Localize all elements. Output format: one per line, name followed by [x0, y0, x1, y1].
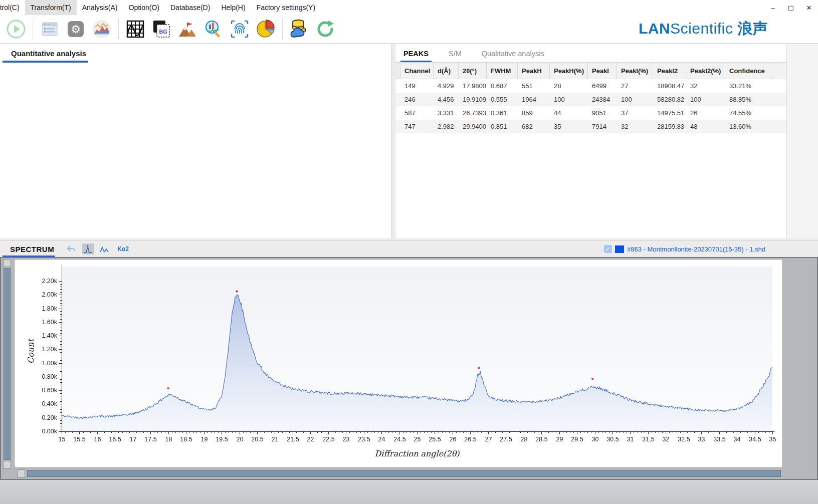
peaks-panel: PEAKSS/MQualitative analysis Channeld(Å)…: [395, 44, 786, 238]
menu-item-transform-t-[interactable]: Transform(T): [25, 0, 77, 15]
spectrum-body: [0, 257, 818, 480]
column-header[interactable]: FWHM: [487, 63, 518, 79]
menu-bar: Control(C)Transform(T)Analysis(A)Option(…: [0, 0, 818, 15]
legend-label[interactable]: #863 - Montmorillonite-20230701(15-35) -…: [627, 245, 765, 253]
menu-item-control-c-[interactable]: Control(C): [0, 0, 25, 15]
legend-checkbox[interactable]: ✓: [604, 245, 612, 253]
peaks-table-body: 1494.92917.98000.6875512864992718908.473…: [395, 79, 786, 133]
toolbar-separator: [118, 19, 119, 39]
spectrum-legend: ✓ #863 - Montmorillonite-20230701(15-35)…: [604, 245, 765, 253]
play-button[interactable]: [5, 18, 28, 41]
close-icon[interactable]: ✕: [800, 0, 818, 15]
column-header[interactable]: PeakI2: [653, 63, 686, 79]
horizontal-slider-track[interactable]: [27, 470, 781, 477]
right-gutter: [786, 44, 818, 238]
table-cell: 28159.83: [653, 123, 686, 130]
vertical-slider-top-handle[interactable]: [3, 259, 11, 267]
column-header[interactable]: Channel: [400, 63, 434, 79]
window-controls: – ▢ ✕: [764, 0, 818, 15]
column-header[interactable]: PeakI(%): [617, 63, 653, 79]
table-cell: 48: [686, 123, 725, 130]
column-header[interactable]: PeakI: [588, 63, 617, 79]
spectrum-canvas[interactable]: [15, 260, 782, 467]
settings-gear-icon[interactable]: ⚙: [64, 18, 87, 41]
area-chart-icon[interactable]: [90, 18, 113, 41]
table-cell: 26.7393: [459, 109, 487, 117]
logo-chinese: 浪声: [733, 20, 768, 37]
search-chart-icon[interactable]: [202, 18, 225, 41]
column-header[interactable]: Confidence: [725, 63, 773, 79]
svg-text:⚙: ⚙: [71, 23, 81, 36]
table-cell: 44: [550, 109, 588, 117]
table-cell: 6499: [588, 82, 617, 90]
table-cell: 0.687: [487, 82, 518, 90]
table-row[interactable]: 1494.92917.98000.6875512864992718908.473…: [395, 79, 786, 93]
menu-item-database-d-[interactable]: Database(D): [165, 0, 216, 15]
menu-item-factory-settings-y-[interactable]: Factory settings(Y): [251, 0, 321, 15]
table-gutter: [395, 63, 400, 79]
table-cell: 4.456: [434, 96, 459, 103]
tab-s-m[interactable]: S/M: [448, 49, 463, 62]
table-cell: 149: [400, 82, 434, 90]
legend-color-swatch: [615, 245, 624, 253]
report-list-icon[interactable]: [38, 18, 61, 41]
column-header[interactable]: PeakH: [518, 63, 550, 79]
table-cell: 100: [617, 96, 653, 103]
logo-scientific: Scientific: [670, 20, 733, 37]
table-row[interactable]: 5873.33126.73930.3618594490513714975.512…: [395, 106, 786, 120]
table-cell: 26: [686, 109, 725, 117]
pie-chart-icon[interactable]: [254, 18, 277, 41]
column-header-filler: [773, 63, 786, 79]
table-cell: 58280.82: [653, 96, 686, 103]
tab-qualitative-analysis[interactable]: Qualitative analysis: [481, 49, 545, 62]
table-cell: 33.21%: [725, 82, 773, 90]
column-header[interactable]: 2θ(°): [459, 63, 487, 79]
grid-curve-icon[interactable]: [124, 18, 147, 41]
refresh-icon[interactable]: [314, 18, 337, 41]
menu-item-help-h-[interactable]: Help(H): [216, 0, 251, 15]
vertical-slider-bottom-handle[interactable]: [3, 461, 11, 469]
double-peak-icon[interactable]: [99, 243, 111, 255]
database-cloud-icon[interactable]: [288, 18, 311, 41]
peaks-table-header-row: Channeld(Å)2θ(°)FWHMPeakHPeakH(%)PeakIPe…: [395, 62, 786, 79]
bottom-status-band: [0, 480, 818, 504]
column-header[interactable]: PeakH(%): [550, 63, 588, 79]
column-header[interactable]: PeakI2(%): [686, 63, 725, 79]
active-tab-underline: [3, 61, 88, 63]
undo-icon[interactable]: [65, 243, 77, 255]
table-cell: 18908.47: [653, 82, 686, 90]
table-cell: 859: [518, 109, 550, 117]
vertical-slider-track[interactable]: [4, 268, 11, 460]
menu-item-analysis-a-[interactable]: Analysis(A): [77, 0, 123, 15]
peaks-table: Channeld(Å)2θ(°)FWHMPeakHPeakH(%)PeakIPe…: [395, 62, 786, 133]
table-row[interactable]: 2464.45619.91090.55519641002438410058280…: [395, 93, 786, 106]
vertical-zoom-slider[interactable]: [3, 259, 12, 478]
minimize-icon[interactable]: –: [764, 0, 782, 15]
spectrum-chart[interactable]: [14, 259, 783, 468]
maximize-icon[interactable]: ▢: [782, 0, 800, 15]
table-cell: 32: [617, 123, 653, 130]
table-cell: 3.331: [434, 109, 459, 117]
table-cell: 27: [617, 82, 653, 90]
table-row[interactable]: 7472.98229.94000.8516823579143228159.834…: [395, 120, 786, 133]
horizontal-zoom-slider[interactable]: [14, 469, 783, 478]
table-cell: 17.9800: [459, 82, 487, 90]
single-peak-icon[interactable]: [82, 243, 94, 255]
tab-quantitative-analysis[interactable]: Quantitative analysis: [0, 44, 391, 58]
quantitative-analysis-panel: Quantitative analysis: [0, 44, 391, 238]
table-cell: 24384: [588, 96, 617, 103]
background-bg-icon[interactable]: BG: [150, 18, 173, 41]
spectrum-title: SPECTRUM: [10, 245, 54, 254]
table-cell: 0.555: [487, 96, 518, 103]
fingerprint-icon[interactable]: [228, 18, 251, 41]
table-cell: 587: [400, 109, 434, 117]
tab-peaks[interactable]: PEAKS: [402, 49, 430, 62]
column-header[interactable]: d(Å): [434, 63, 459, 79]
horizontal-slider-left-handle[interactable]: [17, 469, 25, 477]
table-cell: 35: [550, 123, 588, 130]
mountain-flag-icon[interactable]: [176, 18, 199, 41]
table-cell: 29.9400: [459, 123, 487, 130]
menu-item-option-o-[interactable]: Option(O): [123, 0, 165, 15]
table-cell: 551: [518, 82, 550, 90]
ka2-toggle[interactable]: Kα2: [117, 245, 129, 253]
